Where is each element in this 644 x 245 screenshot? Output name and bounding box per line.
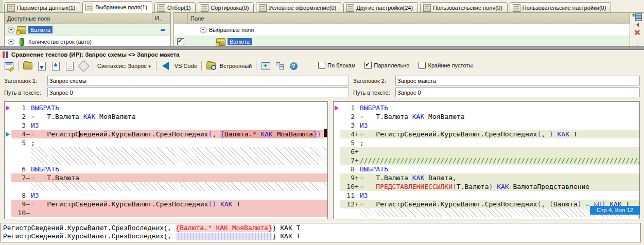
delete-field-button[interactable]: ✕ [634,29,641,36]
header2-input[interactable] [395,76,640,85]
tab-3[interactable]: Отбор(1) [154,2,196,13]
line-number: 7 [11,173,26,182]
line-number: 6 [11,165,26,173]
option-checkbox-1[interactable]: По блокам [318,62,355,69]
diff-change-mark: + [355,130,360,138]
path1-label: Путь в тексте: [4,87,41,98]
tree-view-button[interactable] [273,60,286,72]
tab-icon-3 [158,4,165,12]
tab-1[interactable]: Параметры данных(1) [4,2,80,13]
code-line-left-5[interactable]: 5; [5,138,327,147]
checkbox-icon[interactable] [364,62,372,69]
expander-icon[interactable]: − [200,27,206,33]
field-checkbox[interactable] [177,38,184,45]
code-line-right-5[interactable]: 5; [334,138,639,147]
code-line-right-8[interactable]: 8ВЫБРАТЬ [334,165,639,173]
compare-window-icon [2,51,9,58]
scrollbar-thumb[interactable] [324,129,327,137]
path2-input[interactable] [395,87,640,97]
tab-5[interactable]: Условное оформление(0) [256,2,341,13]
help-button[interactable]: ? [287,60,300,72]
vscode-button[interactable] [160,60,172,72]
diff-fragment-line-1: РегистрСведений.КурсыВалют.СрезПоследних… [3,224,640,233]
code-line-right-11[interactable]: 11ИЗ [334,191,639,200]
line-number: 10 [340,182,355,191]
code-line-right-4[interactable]: 4+» РегистрСведений.КурсыВалют.СрезПосле… [334,130,639,138]
code-text: » РегистрСведений.КурсыВалют.СрезПоследн… [360,130,639,138]
disabled-tool-button [77,60,90,72]
load-right-button[interactable] [49,60,62,72]
diff-change-mark: — [26,208,31,217]
checkbox-icon[interactable] [419,62,426,69]
available-field-row[interactable]: +Валюта [5,24,170,36]
code-line-right-10[interactable]: 10+» ПРЕДСТАВЛЕНИЕССЫЛКИ(Т.Валюта) КАК В… [334,182,639,191]
toolbar-separator [256,61,256,71]
code-line-left-4[interactable]: 4—» РегистрСведений.КурсыВалют.СрезПосле… [5,130,327,138]
code-line-left-3[interactable]: 3ИЗ [5,121,327,130]
page-down-arrow-icon [38,62,46,71]
code-line-left-8[interactable]: 6ВЫБРАТЬ [5,165,327,173]
tab-label: Другие настройки(24) [356,5,413,11]
code-line-right-7[interactable]: 7+//////////////////////////////////////… [334,156,639,165]
text-view-button[interactable] [63,60,76,72]
code-line-right-1[interactable]: 1ВЫБРАТЬ [334,103,639,112]
header1-input[interactable] [47,76,349,85]
tab-7[interactable]: Пользовательские поля(0) [420,2,508,13]
selected-field-row[interactable]: −Выбранные поля [174,24,630,36]
tabs-container: Параметры данных(1)Выбранные поля(1)Отбо… [4,1,611,13]
diff-marker-arrow-blue [6,132,10,137]
code-text: ; [360,138,639,147]
code-line-right-3[interactable]: 3ИЗ [334,121,639,130]
option-checkbox-2[interactable]: Параллельно [364,62,409,69]
builtin-compare-button[interactable] [205,60,217,72]
expander-icon[interactable]: + [8,39,14,45]
diff-pane-right[interactable]: 1ВЫБРАТЬ2» Т.Валюта КАК МояВалюта3ИЗ4+» … [333,101,640,219]
move-arrow-icon[interactable] [636,23,639,27]
checkbox-icon[interactable] [318,62,325,69]
diff-pane-left[interactable]: 1ВЫБРАТЬ2» Т.Валюта КАК МояВалюта3ИЗ4—» … [4,101,328,219]
selected-fields-header-row: Поле [174,13,630,24]
open-file-button[interactable] [22,60,34,72]
code-text: ВЫБРАТЬ [360,103,639,112]
line-number: 3 [11,121,26,130]
line-number: 9 [11,200,26,208]
code-text: » Т.Валюта [31,173,327,182]
add-field-button[interactable]: + [633,13,641,21]
tab-6[interactable]: Другие настройки(24) [343,2,418,13]
new-window-button[interactable] [259,60,272,72]
table-side-toolbar: + ✕ [632,13,643,49]
selected-fields-table[interactable]: Поле −Выбранные поляВалюта [173,12,630,47]
cursor-position-badge: Стр 4, Кол 12 [590,206,640,215]
line-number: 8 [340,165,355,173]
diff-change-mark [26,112,31,121]
code-line-right-9[interactable]: 9+» Т.Валюта КАК Валюта, [334,173,639,182]
expander-icon[interactable]: + [8,27,14,33]
compare-settings-button[interactable] [3,60,15,72]
tab-label: Параметры данных(1) [17,5,75,11]
code-line-right-2[interactable]: 2» Т.Валюта КАК МояВалюта [334,112,639,121]
tab-label: Отбор(1) [167,5,191,11]
path1-input[interactable] [47,87,349,97]
code-line-left-13[interactable]: 10— [5,208,327,217]
vscode-label[interactable]: VS Code [175,63,197,69]
code-line-left-1[interactable]: 1ВЫБРАТЬ [5,103,327,112]
code-line-left-2[interactable]: 2» Т.Валюта КАК МояВалюта [5,112,327,121]
checkbox-column-header [174,13,188,24]
tab-8[interactable]: Пользовательские настройки(0) [510,2,612,13]
load-left-button[interactable] [36,60,48,72]
compare-window: Сравнение текстов (ИР): Запрос схемы <> … [0,49,644,245]
code-line-left-12[interactable]: 9—» РегистрСведений.КурсыВалют.СрезПосле… [5,200,327,208]
code-line-right-6[interactable]: 6+ [334,147,639,156]
tab-4[interactable]: Сортировка(0) [198,2,254,13]
builtin-label[interactable]: Встроенный [220,63,252,69]
field-label: Количество строк (авто) [28,39,92,45]
syntax-dropdown[interactable]: Синтаксис: Запрос▼ [97,63,152,69]
tab-2[interactable]: Выбранные поля(1) [82,1,152,13]
code-text: ВЫБРАТЬ [31,103,327,112]
diff-change-mark: + [355,156,360,165]
available-fields-table[interactable]: Доступные поля И_ +Валюта+Количество стр… [4,12,171,47]
option-checkbox-3[interactable]: Крайние пустоты [419,62,473,69]
code-line-left-11[interactable]: 8ИЗ [5,191,327,200]
compare-title-bar[interactable]: Сравнение текстов (ИР): Запрос схемы <> … [0,50,644,59]
code-line-left-9[interactable]: 7—» Т.Валюта [5,173,327,182]
